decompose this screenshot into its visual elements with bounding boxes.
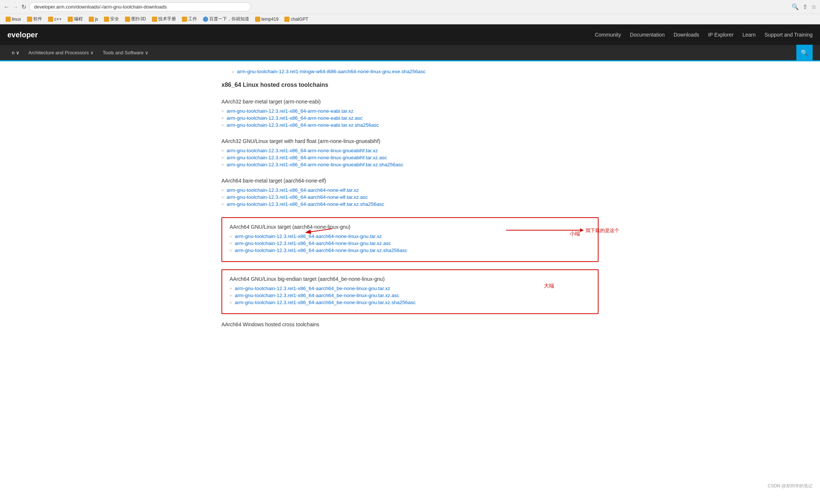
x86-linux-section: x86_64 Linux hosted cross toolchains bbox=[221, 82, 599, 88]
aarch64-gnulinux-wrapper: AArch64 GNU/Linux target (aarch64-none-l… bbox=[221, 217, 599, 262]
list-item: arm-gnu-toolchain-12.3.rel1-x86_64-arm-n… bbox=[221, 115, 599, 121]
bookmark-chatgpt[interactable]: chatGPT bbox=[282, 16, 310, 23]
aarch64-bigendian-links: arm-gnu-toolchain-12.3.rel1-x86_64-aarch… bbox=[230, 286, 590, 305]
address-bar: ← → ↻ developer.arm.com/downloads/-/arm-… bbox=[0, 0, 820, 14]
toolchain-link[interactable]: arm-gnu-toolchain-12.3.rel1-x86_64-arm-n… bbox=[227, 155, 387, 160]
aarch64-bare-metal-section: AArch64 bare-metal target (aarch64-none-… bbox=[221, 178, 599, 207]
list-item: arm-gnu-toolchain-12.3.rel1-x86_64-arm-n… bbox=[221, 155, 599, 160]
bookmark-baidu[interactable]: 百度一下，你就知道 bbox=[201, 15, 251, 23]
toolchain-link[interactable]: arm-gnu-toolchain-12.3.rel1-x86_64-aarch… bbox=[227, 201, 384, 207]
aarch32-gnulinux-section: AArch32 GNU/Linux target with hard float… bbox=[221, 138, 599, 167]
bookmark-favicon bbox=[125, 17, 130, 22]
nav-learn[interactable]: Learn bbox=[742, 32, 756, 38]
list-item: arm-gnu-toolchain-12.3.rel1-x86_64-arm-n… bbox=[221, 108, 599, 114]
page-content: arm-gnu-toolchain-12.3.rel1-mingw-w64-i6… bbox=[207, 61, 613, 353]
bookmark-linux[interactable]: linux bbox=[4, 16, 23, 23]
nav-support[interactable]: Support and Training bbox=[765, 32, 813, 38]
bookmark-label: 安全 bbox=[110, 16, 119, 22]
back-icon[interactable]: ← bbox=[4, 4, 10, 10]
bookmark-cpp[interactable]: c++ bbox=[46, 16, 64, 23]
bookmark-favicon bbox=[284, 17, 289, 22]
toolchain-link[interactable]: arm-gnu-toolchain-12.3.rel1-x86_64-aarch… bbox=[235, 286, 390, 291]
list-item: arm-gnu-toolchain-12.3.rel1-x86_64-aarch… bbox=[230, 234, 590, 239]
bookmark-temp[interactable]: temp419 bbox=[253, 16, 281, 23]
nav-item-tools[interactable]: Tools and Software ∨ bbox=[98, 45, 153, 60]
top-link[interactable]: arm-gnu-toolchain-12.3.rel1-mingw-w64-i6… bbox=[221, 69, 599, 74]
bookmark-favicon bbox=[27, 17, 32, 22]
aarch64-gnulinux-links: arm-gnu-toolchain-12.3.rel1-x86_64-aarch… bbox=[230, 234, 590, 253]
bookmark-js[interactable]: js bbox=[87, 16, 100, 23]
aarch64-bigendian-highlighted: AArch64 GNU/Linux big-endian target (aar… bbox=[221, 269, 599, 314]
refresh-icon[interactable]: ↻ bbox=[21, 3, 26, 10]
section-header-x86: x86_64 Linux hosted cross toolchains bbox=[221, 82, 599, 88]
bookmark-software[interactable]: 软件 bbox=[25, 15, 44, 23]
top-section-partial: arm-gnu-toolchain-12.3.rel1-mingw-w64-i6… bbox=[221, 69, 599, 74]
toolchain-link[interactable]: arm-gnu-toolchain-12.3.rel1-x86_64-aarch… bbox=[227, 194, 368, 200]
toolchain-link[interactable]: arm-gnu-toolchain-12.3.rel1-x86_64-aarch… bbox=[235, 300, 416, 305]
toolchain-link[interactable]: arm-gnu-toolchain-12.3.rel1-x86_64-arm-n… bbox=[227, 162, 403, 167]
nav-community[interactable]: Community bbox=[595, 32, 621, 38]
bookmark-techmanual[interactable]: 技术手册 bbox=[150, 15, 178, 23]
nav-documentation[interactable]: Documentation bbox=[630, 32, 665, 38]
list-item: arm-gnu-toolchain-12.3.rel1-x86_64-arm-n… bbox=[221, 162, 599, 167]
nav-downloads[interactable]: Downloads bbox=[674, 32, 699, 38]
browser-chrome: ← → ↻ developer.arm.com/downloads/-/arm-… bbox=[0, 0, 820, 24]
bookmark-favicon bbox=[182, 17, 187, 22]
toolchain-link[interactable]: arm-gnu-toolchain-12.3.rel1-x86_64-arm-n… bbox=[227, 115, 363, 121]
bookmark-work[interactable]: 工作 bbox=[180, 15, 199, 23]
nav-search-icon[interactable]: 🔍 bbox=[796, 45, 813, 61]
bookmark-label: 图扑3D bbox=[131, 16, 146, 22]
toolchain-link-primary[interactable]: arm-gnu-toolchain-12.3.rel1-x86_64-aarch… bbox=[235, 234, 382, 239]
bottom-section-label: AArch64 Windows hosted cross toolchains bbox=[221, 321, 599, 327]
bookmark-label: js bbox=[95, 17, 98, 22]
aarch64-bare-metal-links: arm-gnu-toolchain-12.3.rel1-x86_64-aarch… bbox=[221, 187, 599, 207]
bookmark-label: chatGPT bbox=[291, 17, 308, 22]
share-icon[interactable]: ⇧ bbox=[803, 3, 807, 10]
bookmark-favicon bbox=[152, 17, 157, 22]
bookmark-label: c++ bbox=[54, 17, 62, 22]
site-logo: eveloper bbox=[7, 31, 38, 39]
list-item: arm-gnu-toolchain-12.3.rel1-x86_64-aarch… bbox=[230, 286, 590, 291]
toolchain-link[interactable]: arm-gnu-toolchain-12.3.rel1-x86_64-aarch… bbox=[227, 187, 359, 193]
bookmark-label: temp419 bbox=[261, 17, 279, 22]
search-icon[interactable]: 🔍 bbox=[792, 3, 799, 10]
list-item: arm-gnu-toolchain-12.3.rel1-x86_64-arm-n… bbox=[221, 122, 599, 128]
bookmark-label: 编程 bbox=[74, 16, 83, 22]
toolchain-link[interactable]: arm-gnu-toolchain-12.3.rel1-x86_64-aarch… bbox=[235, 241, 391, 246]
aarch64-bigendian-label: AArch64 GNU/Linux big-endian target (aar… bbox=[230, 276, 590, 282]
secondary-nav: n ∨ Architecture and Processors ∨ Tools … bbox=[0, 45, 820, 61]
address-input[interactable]: developer.arm.com/downloads/-/arm-gnu-to… bbox=[29, 2, 251, 11]
bookmark-label: 百度一下，你就知道 bbox=[209, 16, 249, 22]
bookmark-favicon bbox=[255, 17, 260, 22]
toolchain-link[interactable]: arm-gnu-toolchain-12.3.rel1-x86_64-arm-n… bbox=[227, 122, 379, 128]
forward-icon[interactable]: → bbox=[13, 4, 18, 10]
aarch32-gnulinux-label: AArch32 GNU/Linux target with hard float… bbox=[221, 138, 599, 144]
aarch32-bare-metal-links: arm-gnu-toolchain-12.3.rel1-x86_64-arm-n… bbox=[221, 108, 599, 128]
bookmark-security[interactable]: 安全 bbox=[102, 15, 121, 23]
bookmark-favicon bbox=[6, 17, 11, 22]
list-item: arm-gnu-toolchain-12.3.rel1-x86_64-aarch… bbox=[230, 300, 590, 305]
bookmark-icon[interactable]: ☆ bbox=[811, 3, 816, 10]
aarch64-gnulinux-highlighted: AArch64 GNU/Linux target (aarch64-none-l… bbox=[221, 217, 599, 262]
toolchain-link[interactable]: arm-gnu-toolchain-12.3.rel1-x86_64-arm-n… bbox=[227, 108, 353, 114]
toolchain-link[interactable]: arm-gnu-toolchain-12.3.rel1-x86_64-aarch… bbox=[235, 293, 399, 298]
bookmark-coding[interactable]: 编程 bbox=[66, 15, 85, 23]
browser-icons: 🔍 ⇧ ☆ bbox=[792, 3, 816, 10]
list-item: arm-gnu-toolchain-12.3.rel1-x86_64-aarch… bbox=[221, 194, 599, 200]
nav-ip-explorer[interactable]: IP Explorer bbox=[708, 32, 733, 38]
aarch64-gnulinux-label: AArch64 GNU/Linux target (aarch64-none-l… bbox=[230, 224, 590, 230]
list-item: arm-gnu-toolchain-12.3.rel1-x86_64-aarch… bbox=[230, 293, 590, 298]
bookmark-label: 软件 bbox=[33, 16, 42, 22]
nav-item-home[interactable]: n ∨ bbox=[7, 45, 24, 60]
bookmark-label: linux bbox=[12, 17, 21, 22]
list-item: arm-gnu-toolchain-12.3.rel1-x86_64-aarch… bbox=[221, 187, 599, 193]
site-nav: Community Documentation Downloads IP Exp… bbox=[595, 32, 813, 38]
bookmark-tupu3d[interactable]: 图扑3D bbox=[123, 15, 148, 23]
aarch64-bare-metal-label: AArch64 bare-metal target (aarch64-none-… bbox=[221, 178, 599, 184]
bookmark-favicon bbox=[68, 17, 73, 22]
toolchain-link[interactable]: arm-gnu-toolchain-12.3.rel1-x86_64-arm-n… bbox=[227, 148, 378, 153]
list-item: arm-gnu-toolchain-12.3.rel1-x86_64-aarch… bbox=[221, 201, 599, 207]
nav-item-architecture[interactable]: Architecture and Processors ∨ bbox=[24, 45, 98, 60]
aarch64-bigendian-wrapper: AArch64 GNU/Linux big-endian target (aar… bbox=[221, 269, 599, 314]
toolchain-link[interactable]: arm-gnu-toolchain-12.3.rel1-x86_64-aarch… bbox=[235, 248, 407, 253]
